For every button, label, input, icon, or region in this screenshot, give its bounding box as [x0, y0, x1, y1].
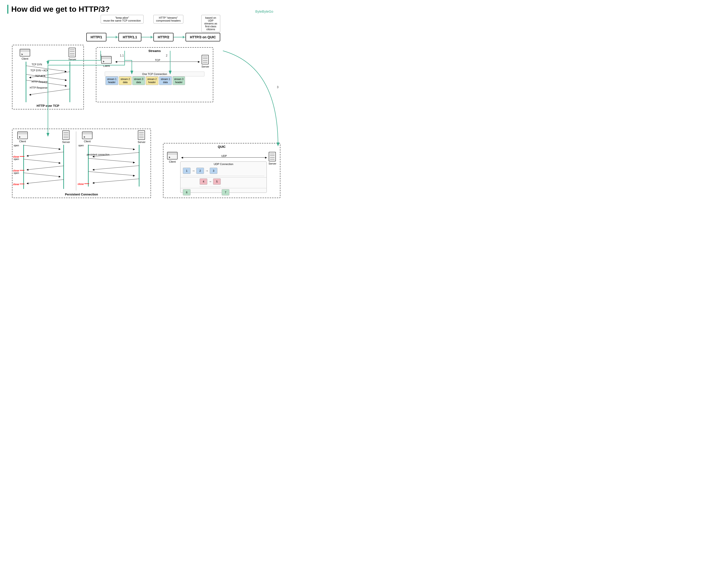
http1-sub: Client Server open ▶ ◀	[13, 129, 75, 194]
tcp-synack-label: TCP SYN + ACK	[31, 69, 48, 72]
udp-label: UDP	[221, 154, 227, 158]
persistent-label-bottom: Persistent Connection	[65, 193, 98, 196]
server-icon-tcp: Server	[68, 48, 76, 61]
client-icon-streams: Client	[101, 56, 112, 67]
close-p2: close	[78, 183, 84, 185]
http-evolution: "keep-alive" reuse the same TCP connecti…	[86, 33, 220, 41]
packet-s1d: stream 1data	[159, 77, 172, 85]
open1: open	[14, 144, 19, 147]
streams-section: Streams Client Server ◀ ▶ TCP One TCP	[96, 47, 213, 102]
packet-s2h: stream 2header	[146, 77, 158, 85]
teal-line-server-tcp	[69, 62, 70, 102]
persistent-section: Client Server open ▶ ◀	[12, 129, 151, 198]
server-icon-p2: Server	[138, 130, 145, 144]
version-label-3: 3	[277, 85, 279, 89]
http-over-tcp-label: HTTP over TCP	[37, 104, 59, 108]
version-label-11: 1.1	[120, 54, 124, 57]
callout-udp: based on UDP streams as first-class citi…	[201, 15, 220, 32]
teal-p1-client	[23, 145, 24, 189]
persistent-sub: Client Server open persistent connection…	[77, 129, 150, 194]
quic-row3: 6 7	[183, 189, 229, 195]
server-icon-p1: Server	[62, 130, 70, 144]
server-icon-streams: Server	[202, 55, 209, 68]
http3-box: HTTP/3 on QUIC	[185, 33, 220, 41]
version-label-2: 2	[166, 54, 167, 57]
tcp-ack-label: TCP ACK	[35, 75, 45, 77]
qp-1: 1	[183, 168, 191, 174]
qp-4: 4	[200, 178, 207, 185]
qp-3: 3	[210, 168, 217, 174]
client-icon-quic: Client	[167, 152, 178, 163]
packet-s3d: stream 3data	[132, 77, 145, 85]
client-icon-tcp: Client	[20, 49, 30, 60]
open-p2: open	[78, 144, 84, 147]
qp-7: 7	[222, 189, 229, 195]
callout-keepalive: "keep-alive" reuse the same TCP connecti…	[101, 15, 143, 23]
open2: open	[14, 158, 19, 161]
divider	[76, 131, 76, 190]
http2-box: HTTP/2	[153, 33, 174, 41]
quic-row1: 1 → 2 → 3	[183, 168, 264, 176]
stream-packets: stream 1header stream 2data stream 3data…	[105, 77, 185, 85]
http-over-tcp-section: Client Server ▶ TCP SYN	[12, 45, 84, 109]
teal-line-client-tcp	[26, 62, 26, 102]
quic-row2: 4 → 5	[200, 178, 221, 187]
udp-connection-box: UDP Connection 1 → 2 → 3 4 → 5 6	[180, 162, 267, 193]
tcp-label: TCP	[155, 59, 160, 62]
teal-p1-server	[63, 145, 64, 189]
quic-section: QUIC Client Server ◀ ▶ UDP UDP Con	[163, 143, 280, 198]
http-req-label: HTTP Request	[32, 81, 47, 83]
udp-connection-label: UDP Connection	[214, 163, 234, 166]
version-label-1: 1	[100, 54, 102, 57]
packet-s3h: stream 3header	[173, 77, 185, 85]
open3: open	[14, 172, 19, 174]
qp-6: 6	[183, 189, 191, 195]
close3: close	[13, 183, 19, 186]
qp-2: 2	[196, 168, 204, 174]
main-diagram: "keep-alive" reuse the same TCP connecti…	[7, 18, 280, 201]
http-resp-label: HTTP Response	[30, 86, 47, 89]
client-icon-p2: Client	[82, 131, 93, 143]
streams-title: Streams	[148, 49, 161, 53]
teal-p2-client	[88, 145, 89, 187]
packet-s1h: stream 1header	[105, 77, 118, 85]
server-icon-quic: Server	[269, 152, 276, 165]
logo: ByteByteGo	[255, 9, 273, 14]
packet-s2d: stream 2data	[119, 77, 132, 85]
qp-5: 5	[213, 178, 221, 185]
http11-box: HTTP/1.1	[118, 33, 141, 41]
tcp-syn-label: TCP SYN	[32, 63, 42, 66]
quic-title: QUIC	[218, 145, 226, 148]
http1-box: HTTP/1	[86, 33, 106, 41]
one-tcp-label: One TCP Connection	[105, 71, 204, 77]
callout-streams: HTTP "streams" compressed headers	[153, 15, 183, 23]
client-icon-p1: Client	[17, 131, 28, 143]
page-title: How did we get to HTTP/3?	[7, 5, 280, 14]
